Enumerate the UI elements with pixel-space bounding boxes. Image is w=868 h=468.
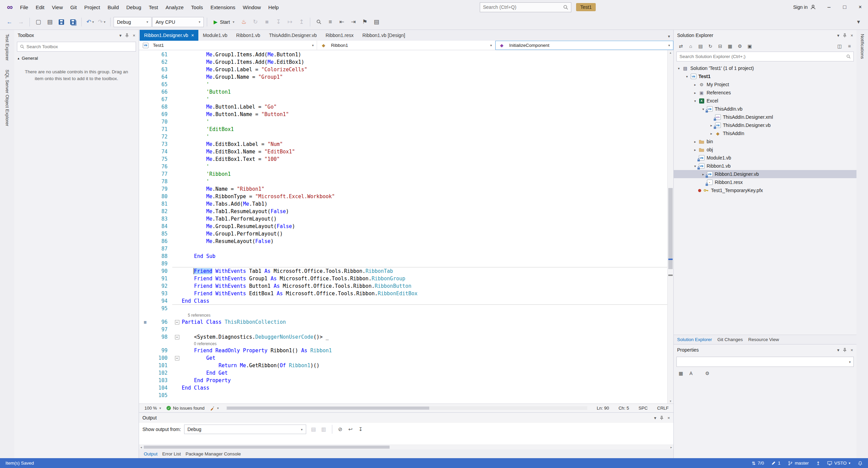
- side-tab-notifications[interactable]: Notifications: [860, 34, 865, 59]
- side-tab-sql-server-object-explorer[interactable]: SQL Server Object Explorer: [5, 70, 10, 126]
- more-options-icon[interactable]: ≡: [845, 42, 854, 50]
- environment-selector[interactable]: VSTO ▾: [827, 461, 850, 466]
- code-line-102[interactable]: 102 End Get: [139, 369, 667, 377]
- tree-item-thisaddin[interactable]: ▸◆ThisAddIn: [674, 129, 856, 137]
- tree-item-test1-temporarykey-pfx[interactable]: Test1_TemporaryKey.pfx: [674, 186, 856, 194]
- menu-extensions[interactable]: Extensions: [207, 0, 239, 14]
- pin-icon[interactable]: [843, 348, 847, 352]
- code-line-78[interactable]: 78 ': [139, 178, 667, 185]
- code-text[interactable]: Friend WithEvents EditBox1 As Microsoft.…: [182, 290, 417, 297]
- code-line-65[interactable]: 65 ': [139, 81, 667, 88]
- code-line-71[interactable]: 71 'EditBox1: [139, 126, 667, 133]
- code-line-77[interactable]: 77 'Ribbon1: [139, 170, 667, 178]
- code-text[interactable]: End Get: [182, 369, 228, 377]
- show-all-files-icon[interactable]: ▦: [726, 42, 734, 50]
- refresh-icon[interactable]: ↻: [706, 42, 715, 50]
- word-wrap-icon[interactable]: ↩: [346, 425, 355, 434]
- insert-mode-indicator[interactable]: SPC: [634, 406, 652, 411]
- close-icon[interactable]: ×: [667, 415, 670, 420]
- expand-arrow-icon[interactable]: ▸: [708, 132, 714, 135]
- scroll-right-icon[interactable]: ▸: [670, 446, 672, 449]
- code-line-104[interactable]: 104End Class: [139, 384, 667, 392]
- chevron-down-icon[interactable]: ▾: [837, 348, 840, 353]
- undo-icon[interactable]: ↶▾: [85, 16, 96, 28]
- scrollbar-thumb[interactable]: [144, 446, 390, 449]
- toolbox-search-input[interactable]: [26, 44, 133, 49]
- tree-item-thisaddin-vb[interactable]: ▾VBThisAddIn.vb: [674, 105, 856, 113]
- breadcrumb-ribbon1[interactable]: ◆Ribbon1▾: [317, 41, 495, 50]
- tree-item-module1-vb[interactable]: VBModule1.vb: [674, 154, 856, 162]
- menu-tools[interactable]: Tools: [188, 0, 207, 14]
- code-line-64[interactable]: 64 Me.Group1.Name = "Group1": [139, 73, 667, 81]
- document-tab-module1-vb[interactable]: Module1.vb: [198, 30, 232, 41]
- tree-item-references[interactable]: ▸▣References: [674, 89, 856, 97]
- menu-project[interactable]: Project: [80, 0, 104, 14]
- expand-arrow-icon[interactable]: ▸: [692, 140, 698, 144]
- collapse-region-button[interactable]: −: [175, 356, 179, 360]
- views-switch-icon[interactable]: ⇄: [676, 42, 685, 50]
- chevron-down-icon[interactable]: ▾: [837, 33, 840, 38]
- expand-arrow-icon[interactable]: ▸: [692, 83, 698, 87]
- toolbox-group-general[interactable]: ▴ General: [14, 54, 139, 62]
- scroll-left-icon[interactable]: ◂: [140, 446, 142, 449]
- navigate-forward-icon[interactable]: →: [16, 16, 26, 28]
- preview-selected-icon[interactable]: ▣: [745, 42, 754, 50]
- save-all-icon[interactable]: [67, 16, 78, 28]
- code-line-95[interactable]: 95: [139, 305, 667, 312]
- document-tab-ribbon1-vb[interactable]: Ribbon1.vb: [232, 30, 265, 41]
- code-line-79[interactable]: 79 Me.Name = "Ribbon1": [139, 185, 667, 193]
- code-text[interactable]: Me.Group1.PerformLayout(): [182, 230, 283, 238]
- view-layout-icon[interactable]: ◫: [835, 42, 844, 50]
- property-pages-icon[interactable]: ⚙: [703, 369, 712, 377]
- code-text[interactable]: ': [182, 133, 209, 141]
- start-debugging-button[interactable]: ▶Start▾: [210, 17, 238, 27]
- code-text[interactable]: Me.EditBox1.Name = "EditBox1": [182, 148, 295, 155]
- pending-changes-status[interactable]: 1: [771, 461, 781, 466]
- code-text[interactable]: Me.Button1.Label = "Go": [182, 103, 277, 111]
- collapse-arrow-icon[interactable]: ▾: [684, 75, 690, 78]
- autoscroll-icon[interactable]: ↧: [356, 425, 365, 434]
- code-line-70[interactable]: 70 ': [139, 118, 667, 126]
- code-text[interactable]: Return Me.GetRibbon(Of Ribbon1)(): [182, 362, 319, 369]
- close-icon[interactable]: ×: [850, 33, 853, 38]
- step-over-icon[interactable]: ↦: [284, 16, 295, 28]
- solution-configurations-dropdown[interactable]: Debug▾: [114, 17, 152, 27]
- code-lines[interactable]: 61 Me.Group1.Items.Add(Me.Button1)62 Me.…: [139, 50, 667, 404]
- menu-debug[interactable]: Debug: [123, 0, 145, 14]
- decrease-indent-icon[interactable]: ⇤: [336, 16, 347, 28]
- line-ending-indicator[interactable]: CRLF: [652, 406, 673, 411]
- tab-list-chevron-icon[interactable]: ▾: [668, 34, 670, 39]
- code-line-88[interactable]: 88 End Sub: [139, 252, 667, 260]
- git-sync-status[interactable]: ⇅ 7/0: [752, 461, 764, 466]
- scroll-down-icon[interactable]: ▾: [668, 399, 673, 403]
- code-cleanup-button[interactable]: ▾: [207, 406, 221, 411]
- code-line-87[interactable]: 87: [139, 245, 667, 252]
- panel-tab-error-list[interactable]: Error List: [162, 451, 181, 456]
- code-text[interactable]: Me.Button1.Name = "Button1": [182, 111, 289, 118]
- code-text[interactable]: End Sub: [182, 252, 215, 260]
- breadcrumb-test1[interactable]: VBTest1▾: [139, 41, 317, 50]
- menu-git[interactable]: Git: [66, 0, 80, 14]
- close-icon[interactable]: ×: [133, 33, 135, 38]
- save-icon[interactable]: [56, 16, 67, 28]
- code-line-68[interactable]: 68 Me.Button1.Label = "Go": [139, 103, 667, 111]
- tree-item-thisaddin-designer-xml[interactable]: </>ThisAddIn.Designer.xml: [674, 113, 856, 121]
- code-text[interactable]: ': [182, 118, 209, 126]
- expand-arrow-icon[interactable]: ▸: [692, 91, 698, 95]
- code-line-96[interactable]: ▦96−Partial Class ThisRibbonCollection: [139, 318, 667, 326]
- tree-item-test1[interactable]: ▾VBTest1: [674, 72, 856, 80]
- code-line-84[interactable]: 84 Me.Group1.ResumeLayout(False): [139, 223, 667, 230]
- code-text[interactable]: ': [182, 96, 209, 103]
- code-text[interactable]: Me.EditBox1.Text = "100": [182, 155, 280, 163]
- pending-changes-filter-icon[interactable]: ▤: [696, 42, 705, 50]
- object-selector-dropdown[interactable]: ▾: [676, 357, 854, 367]
- output-horizontal-scrollbar[interactable]: ◂ ▸: [139, 445, 673, 449]
- code-line-97[interactable]: 97: [139, 326, 667, 333]
- code-text[interactable]: 'EditBox1: [182, 126, 234, 133]
- chevron-down-icon[interactable]: ▾: [654, 415, 656, 420]
- navigate-backward-icon[interactable]: ←: [4, 16, 15, 28]
- solution-explorer-search-box[interactable]: [676, 52, 854, 61]
- line-indicator[interactable]: Ln: 90: [592, 406, 614, 411]
- toolbar-options-icon[interactable]: ▾: [853, 16, 864, 28]
- code-text[interactable]: ': [182, 178, 209, 185]
